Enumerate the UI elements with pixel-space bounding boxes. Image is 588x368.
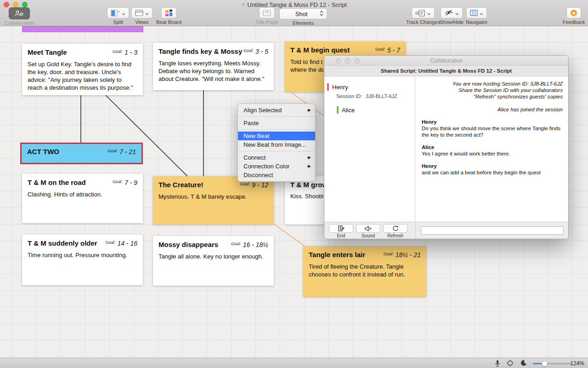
goal-badge: Goal: 7 - 9 — [113, 178, 137, 187]
goal-badge: Goal: 5 - 7 — [375, 46, 400, 54]
chat-pane[interactable]: You are now hosting Session ID: 3J8-BLLT… — [415, 77, 568, 222]
beat-card-partial-purple[interactable] — [22, 26, 143, 32]
track-changes-icon — [415, 10, 425, 17]
refresh-button[interactable]: Refresh — [383, 224, 407, 238]
beat-card-act-two-selected[interactable]: ACT TWO Goal: 7 - 21 — [20, 143, 143, 164]
chat-author: Henry — [422, 163, 563, 169]
chat-author: Henry — [422, 119, 563, 125]
goal-badge: Goal: 1 - 3 — [113, 48, 137, 57]
beat-title: Mossy disappears — [158, 241, 218, 248]
participant-henry[interactable]: Henry — [327, 83, 415, 91]
beat-board-button[interactable] — [161, 7, 176, 18]
beat-body: Tired of fleeing the Creature. Tangle ch… — [309, 263, 421, 278]
submenu-arrow-icon: ▶ — [308, 153, 311, 162]
participant-color-bar — [327, 83, 329, 91]
menu-item-disconnect[interactable]: Disconnect — [238, 171, 315, 179]
beat-card-tm-on-road[interactable]: T & M on the road Goal: 7 - 9 Clashing. … — [22, 174, 143, 223]
sound-button[interactable]: Sound — [356, 224, 380, 238]
system-message: You are now hosting Session ID: 3J8-BLLT… — [422, 80, 563, 87]
night-mode-moon-icon[interactable] — [520, 360, 527, 368]
menu-item-align-selected[interactable]: Align Selected▶ — [238, 106, 315, 115]
menu-item-connection-color[interactable]: Connection Color▶ — [238, 162, 315, 171]
sound-icon — [365, 226, 372, 231]
chat-text: Yes I agree it would work better there. — [422, 150, 563, 157]
split-icon: + — [111, 10, 120, 17]
menu-item-connect[interactable]: Connect▶ — [238, 153, 315, 162]
zoom-slider[interactable] — [533, 363, 571, 364]
zoom-slider-thumb[interactable] — [542, 361, 548, 367]
context-menu: Align Selected▶ Paste New Beat New Beat … — [237, 104, 316, 182]
show-hide-button[interactable] — [441, 7, 463, 18]
beat-body: Set up Gold Key. Tangle's desire to find… — [28, 60, 137, 92]
joined-message: Alice has joined the session — [422, 106, 563, 113]
collab-titlebar[interactable]: Collaboration — [324, 56, 568, 66]
beat-card-mossy-disappears[interactable]: Mossy disappears Goal: 16 - 18½ Tangle a… — [153, 236, 274, 286]
chevron-down-icon — [455, 9, 459, 17]
title-page-icon — [263, 10, 271, 16]
status-bar: 124% — [0, 358, 588, 368]
minimize-icon[interactable] — [345, 58, 351, 63]
eye-slash-icon — [444, 10, 453, 16]
beat-title: ACT TWO — [27, 148, 59, 155]
chat-message: Henry and we can add a beat before they … — [422, 163, 563, 176]
svg-text:+: + — [118, 10, 120, 14]
chat-message: Alice Yes I agree it would work better t… — [422, 144, 563, 157]
beat-title: T & M begin quest — [290, 46, 350, 54]
menu-item-new-beat[interactable]: New Beat — [238, 132, 315, 140]
menu-separator — [238, 129, 315, 130]
views-button[interactable] — [131, 7, 153, 18]
chat-input[interactable] — [421, 226, 564, 235]
chat-message: Henry Do you think we should move the sc… — [422, 119, 563, 138]
submenu-arrow-icon: ▶ — [308, 106, 311, 115]
document-proxy-icon: ⇡ — [241, 2, 245, 8]
goal-badge: Goal: 9 - 12 — [240, 181, 268, 189]
beat-title: Tangle enters lair — [309, 251, 365, 259]
updown-stepper-icon — [320, 10, 323, 18]
refresh-icon — [392, 225, 399, 231]
elements-select[interactable]: Shot — [279, 8, 327, 19]
chevron-down-icon — [122, 9, 125, 17]
beat-body: Mysterious. T & M barely escape. — [158, 193, 268, 201]
shared-script-header: Shared Script: Untitled Tangle & Moss FD… — [324, 66, 568, 76]
collaboration-window: Collaboration Shared Script: Untitled Ta… — [324, 55, 569, 239]
close-icon[interactable] — [336, 58, 341, 63]
beat-title: Meet Tangle — [28, 48, 67, 56]
target-navigator-icon[interactable] — [507, 360, 514, 368]
end-session-button[interactable]: End — [329, 224, 353, 238]
svg-text:★: ★ — [572, 11, 576, 16]
views-icon — [135, 10, 143, 16]
feedback-star-icon: ★ — [570, 9, 577, 17]
feedback-button[interactable]: ★ — [566, 7, 581, 18]
beat-card-tangle-finds-key[interactable]: Tangle finds key & Mossy Goal: 3 - 5 Tan… — [153, 43, 274, 90]
title-page-button[interactable] — [259, 7, 275, 18]
beat-body: Time running out. Pressure mounting. — [28, 251, 137, 259]
system-message: Share the Session ID with your collabora… — [422, 87, 563, 93]
beat-card-tm-suddenly-older[interactable]: T & M suddenly older Goal: 14 - 16 Time … — [22, 235, 143, 285]
beat-body: Clashing. Hints of attraction. — [28, 190, 137, 198]
zoom-percentage: 124% — [570, 360, 584, 367]
beat-card-tangle-enters-lair[interactable]: Tangle enters lair Goal: 18½ - 21 Tired … — [303, 246, 426, 297]
track-changes-button[interactable] — [412, 7, 435, 18]
dictation-mic-icon[interactable] — [495, 360, 500, 368]
beat-card-the-creature[interactable]: The Creature! Goal: 9 - 12 Mysterious. T… — [153, 176, 274, 224]
collaboration-button[interactable] — [9, 7, 30, 19]
menu-item-paste[interactable]: Paste — [238, 119, 315, 127]
goal-badge: Goal: 3 - 5 — [243, 47, 268, 56]
navigator-button[interactable] — [466, 7, 487, 18]
beat-title: The Creature! — [158, 181, 204, 189]
menu-item-new-beat-from-image[interactable]: New Beat from Image... — [238, 140, 315, 149]
beat-card-meet-tangle[interactable]: Meet Tangle Goal: 1 - 3 Set up Gold Key.… — [22, 44, 143, 95]
beat-body: Tangle all alone. Key no longer enough. — [158, 253, 268, 260]
beat-board-icon — [165, 9, 173, 17]
split-button[interactable]: + — [107, 7, 129, 18]
session-id-row: Session ID:3J8-BLLT-6JZ — [336, 93, 415, 99]
chat-text: Do you think we should move the scene wh… — [422, 125, 563, 138]
session-id-value: 3J8-BLLT-6JZ — [366, 93, 397, 99]
participant-color-bar — [337, 106, 339, 114]
zoom-window-icon[interactable] — [354, 58, 360, 63]
participants-pane: Henry Session ID:3J8-BLLT-6JZ Alice — [324, 77, 415, 222]
beat-title: T & M grow — [290, 181, 328, 189]
participant-alice[interactable]: Alice — [337, 106, 415, 114]
goal-badge: Goal: 18½ - 21 — [384, 251, 421, 259]
menu-separator — [238, 116, 315, 117]
